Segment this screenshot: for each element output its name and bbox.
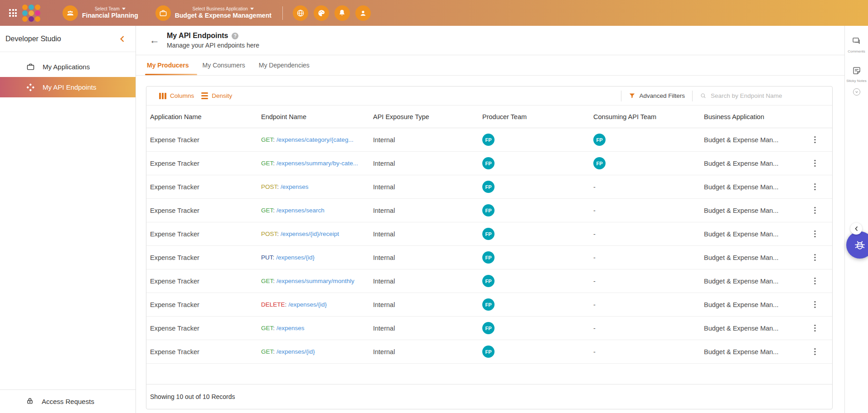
row-actions-kebab-icon[interactable] — [810, 348, 820, 355]
table-row[interactable]: Expense TrackerGET:/expensesInternalFP-B… — [146, 317, 832, 340]
right-rail: Comments Sticky Notes — [844, 26, 868, 413]
endpoint-link[interactable]: GET:/expenses/search — [261, 207, 373, 214]
comments-button[interactable]: Comments — [848, 36, 865, 53]
row-actions-kebab-icon[interactable] — [810, 254, 820, 261]
back-button[interactable]: ← — [150, 35, 160, 45]
producer-team-badge: FP — [482, 181, 495, 193]
sidebar-item-my-applications[interactable]: My Applications — [0, 57, 136, 77]
endpoint-link[interactable]: GET:/expenses/summary/by-cate... — [261, 160, 373, 167]
table-toolbar: Columns Density Advanced Filters — [146, 86, 832, 106]
endpoint-link[interactable]: GET:/expenses/{id} — [261, 348, 373, 355]
http-method: POST — [261, 231, 277, 237]
exposure-type-cell: Internal — [373, 254, 482, 261]
columns-icon — [159, 93, 166, 99]
tab-my-consumers[interactable]: My Consumers — [202, 55, 246, 75]
tab-my-dependencies[interactable]: My Dependencies — [258, 55, 310, 75]
business-application-cell: Budget & Expense Man... — [704, 207, 810, 214]
table-row[interactable]: Expense TrackerGET:/expenses/summary/mon… — [146, 269, 832, 293]
row-actions-kebab-icon[interactable] — [810, 301, 820, 308]
page-title: My API Endpoints — [167, 32, 228, 40]
endpoint-link[interactable]: DELETE:/expenses/{id} — [261, 301, 373, 308]
table-row[interactable]: Expense TrackerGET:/expenses/searchInter… — [146, 199, 832, 222]
comments-icon — [851, 36, 862, 47]
endpoint-link[interactable]: POST:/expenses/{id}/receipt — [261, 231, 373, 237]
producer-team-cell: FP — [482, 346, 593, 358]
endpoint-path: /expenses/{id} — [276, 348, 315, 355]
producer-team-badge: FP — [482, 134, 495, 146]
endpoint-link[interactable]: GET:/expenses/summary/monthly — [261, 278, 373, 284]
sticky-notes-button[interactable]: Sticky Notes — [846, 65, 866, 83]
consuming-team-badge: FP — [593, 157, 606, 169]
search-input[interactable] — [711, 92, 815, 99]
notifications-bell-icon[interactable] — [335, 5, 350, 21]
help-icon[interactable]: ? — [232, 33, 238, 39]
endpoint-link[interactable]: GET:/expenses — [261, 325, 373, 331]
rail-chevron-down-icon[interactable] — [853, 88, 860, 96]
http-method: GET — [261, 207, 273, 214]
column-header: Endpoint Name — [261, 113, 373, 120]
row-actions-kebab-icon[interactable] — [810, 325, 820, 332]
topbar: Select Team Financial Planning Select Bu… — [0, 0, 868, 26]
business-application-cell: Budget & Expense Man... — [704, 325, 810, 332]
briefcase-icon — [25, 62, 35, 72]
http-method: GET — [261, 136, 273, 143]
table-row[interactable]: Expense TrackerGET:/expenses/category/{c… — [146, 128, 832, 152]
table-empty-strip — [146, 364, 832, 384]
language-icon[interactable] — [293, 5, 308, 21]
table-row[interactable]: Expense TrackerPUT:/expenses/{id}Interna… — [146, 246, 832, 269]
exposure-type-cell: Internal — [373, 278, 482, 285]
exposure-type-cell: Internal — [373, 183, 482, 191]
comments-label: Comments — [848, 49, 865, 53]
sidebar-collapse-icon[interactable] — [119, 36, 125, 42]
row-actions-kebab-icon[interactable] — [810, 183, 820, 191]
business-app-selector[interactable]: Select Business Application Budget & Exp… — [155, 5, 272, 21]
assistant-collapse-icon[interactable] — [850, 223, 862, 235]
endpoint-link[interactable]: POST:/expenses — [261, 183, 373, 190]
theme-palette-icon[interactable] — [314, 5, 329, 21]
producer-team-badge: FP — [482, 157, 495, 169]
team-selector-label: Select Team — [95, 6, 120, 11]
sticky-notes-icon — [851, 65, 862, 76]
main-content: ← My API Endpoints ? Manage your API end… — [136, 26, 844, 413]
consuming-team-cell: - — [593, 278, 704, 285]
business-app-selector-label: Select Business Application — [193, 6, 248, 11]
row-actions-kebab-icon[interactable] — [810, 207, 820, 214]
endpoint-path: /expenses/summary/monthly — [276, 278, 354, 284]
consuming-team-cell: - — [593, 231, 704, 238]
table-row[interactable]: Expense TrackerPOST:/expensesInternalFP-… — [146, 175, 832, 199]
consuming-team-cell: FP — [593, 157, 704, 169]
exposure-type-cell: Internal — [373, 301, 482, 308]
table-row[interactable]: Expense TrackerGET:/expenses/summary/by-… — [146, 152, 832, 175]
search-icon — [700, 92, 707, 100]
producer-team-cell: FP — [482, 298, 593, 311]
producer-team-badge: FP — [482, 228, 495, 240]
producer-team-cell: FP — [482, 275, 593, 287]
table-row[interactable]: Expense TrackerPOST:/expenses/{id}/recei… — [146, 222, 832, 246]
table-row[interactable]: Expense TrackerDELETE:/expenses/{id}Inte… — [146, 293, 832, 317]
row-actions-kebab-icon[interactable] — [810, 136, 820, 144]
density-button[interactable]: Density — [201, 92, 232, 100]
app-launcher-icon[interactable] — [9, 9, 17, 17]
producer-team-badge: FP — [482, 275, 495, 287]
profile-avatar[interactable] — [355, 5, 371, 21]
endpoint-link[interactable]: PUT:/expenses/{id} — [261, 254, 373, 261]
http-method: GET — [261, 348, 273, 355]
table-row[interactable]: Expense TrackerGET:/expenses/{id}Interna… — [146, 340, 832, 364]
api-icon — [25, 83, 35, 92]
business-application-cell: Budget & Expense Man... — [704, 231, 810, 238]
row-actions-kebab-icon[interactable] — [810, 278, 820, 285]
endpoint-link[interactable]: GET:/expenses/category/{categ... — [261, 136, 373, 143]
advanced-filters-button[interactable]: Advanced Filters — [629, 92, 685, 99]
tab-my-producers[interactable]: My Producers — [146, 55, 190, 75]
column-header: API Exposure Type — [373, 113, 482, 120]
business-application-cell: Budget & Expense Man... — [704, 348, 810, 355]
sidebar-item-access-requests[interactable]: Access Requests — [0, 389, 136, 413]
sidebar-item-my-api-endpoints[interactable]: My API Endpoints — [0, 77, 136, 97]
row-actions-kebab-icon[interactable] — [810, 231, 820, 238]
columns-button[interactable]: Columns — [159, 92, 194, 99]
exposure-type-cell: Internal — [373, 160, 482, 167]
team-selector[interactable]: Select Team Financial Planning — [63, 5, 138, 21]
consuming-team-cell: - — [593, 301, 704, 308]
row-actions-kebab-icon[interactable] — [810, 160, 820, 167]
producer-team-cell: FP — [482, 204, 593, 216]
